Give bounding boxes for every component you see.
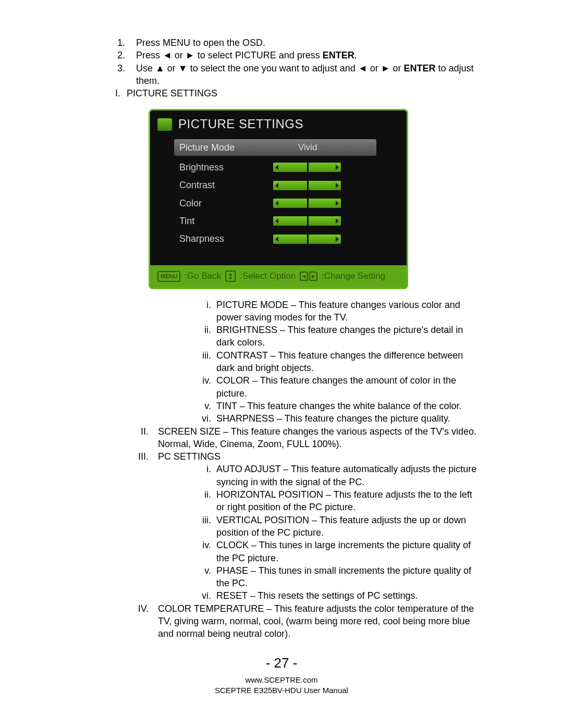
osd-rows: Picture Mode Vivid Brightness Contrast C… bbox=[150, 137, 407, 265]
picture-mode-value: Vivid bbox=[298, 142, 371, 154]
section-II: II.SCREEN SIZE – This feature changes th… bbox=[81, 425, 482, 451]
step-1: 1. Press MENU to open the OSD. bbox=[117, 36, 482, 49]
section-IV: IV.COLOR TEMPERATURE – This feature adju… bbox=[81, 602, 482, 640]
color-slider[interactable] bbox=[273, 199, 341, 208]
page-footer: - 27 - www.SCEPTRE.com SCEPTRE E325BV-HD… bbox=[0, 654, 563, 696]
step-2: 2. Press ◄ or ► to select PICTURE and pr… bbox=[117, 49, 482, 61]
page-number: - 27 - bbox=[0, 654, 563, 672]
section-III: III.PC SETTINGS bbox=[81, 450, 482, 463]
sharpness-slider[interactable] bbox=[273, 235, 341, 244]
manual-page: 1. Press MENU to open the OSD. 2. Press … bbox=[0, 0, 563, 672]
tint-slider[interactable] bbox=[273, 216, 341, 226]
osd-panel: PICTURE SETTINGS Picture Mode Vivid Brig… bbox=[149, 109, 408, 289]
up-down-icon: ▲▼ bbox=[225, 270, 236, 282]
brightness-slider[interactable] bbox=[273, 163, 341, 172]
pc-settings-list: i.AUTO ADJUST – This feature automatical… bbox=[81, 463, 482, 602]
osd-row-brightness[interactable]: Brightness bbox=[179, 161, 396, 174]
osd-footer: MENU :Go Back ▲▼ :Select Option ◄► :Chan… bbox=[150, 265, 407, 288]
osd-title: PICTURE SETTINGS bbox=[178, 116, 303, 132]
left-right-icon: ◄► bbox=[300, 272, 317, 281]
footer-manual: SCEPTRE E325BV-HDU User Manual bbox=[0, 685, 563, 696]
contrast-slider[interactable] bbox=[273, 181, 341, 190]
picture-settings-list: i.PICTURE MODE – This feature changes va… bbox=[81, 299, 482, 425]
osd-row-sharpness[interactable]: Sharpness bbox=[179, 232, 396, 245]
osd-row-contrast[interactable]: Contrast bbox=[179, 179, 396, 191]
section-I: I. PICTURE SETTINGS bbox=[81, 87, 482, 100]
osd-header: PICTURE SETTINGS bbox=[150, 110, 407, 137]
osd-row-picture-mode[interactable]: Picture Mode Vivid bbox=[174, 139, 376, 156]
step-3: 3. Use ▲ or ▼ to select the one you want… bbox=[117, 62, 482, 88]
osd-row-tint[interactable]: Tint bbox=[179, 215, 396, 227]
menu-icon: MENU bbox=[157, 271, 180, 282]
instruction-list: 1. Press MENU to open the OSD. 2. Press … bbox=[117, 36, 482, 87]
osd-row-color[interactable]: Color bbox=[179, 197, 396, 209]
footer-url: www.SCEPTRE.com bbox=[0, 675, 563, 685]
picture-icon bbox=[157, 118, 172, 131]
